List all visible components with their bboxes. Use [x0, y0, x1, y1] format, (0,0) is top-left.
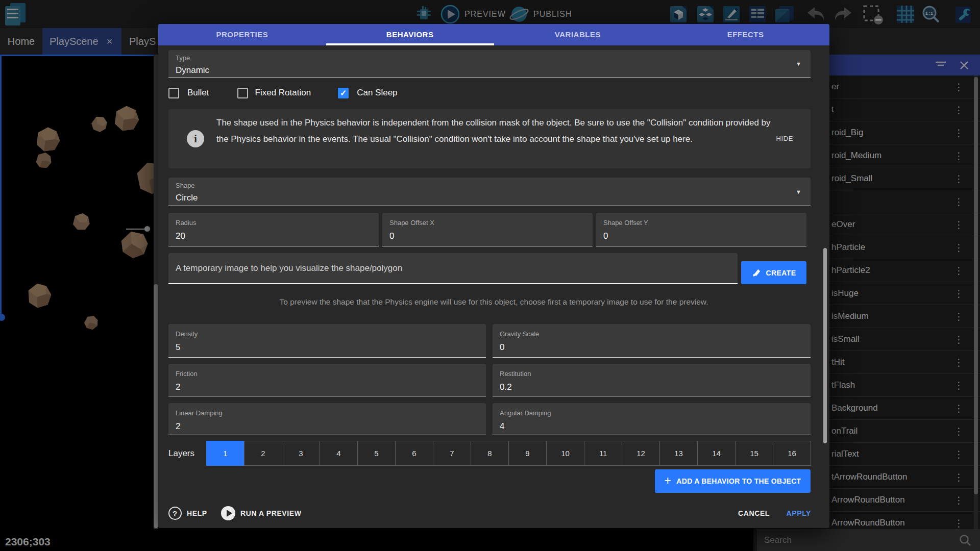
layer-button-6[interactable]: 6	[395, 441, 433, 466]
restitution-label: Restitution	[500, 370, 531, 378]
layer-button-11[interactable]: 11	[584, 441, 622, 466]
layer-button-16[interactable]: 16	[773, 441, 811, 466]
gdevelop-editor: PREVIEW PUBLISH	[0, 0, 980, 551]
type-value: Dynamic	[176, 65, 209, 76]
fixed-rotation-checkbox[interactable]	[237, 88, 248, 98]
gravity-scale-label: Gravity Scale	[500, 330, 539, 338]
info-text: The shape used in the Physics behavior i…	[216, 115, 776, 147]
shape-offset-x-label: Shape Offset X	[389, 219, 434, 227]
behavior-dialog: PROPERTIES BEHAVIORS VARIABLES EFFECTS T…	[158, 24, 829, 528]
radius-value: 20	[176, 231, 185, 241]
type-label: Type	[176, 54, 190, 62]
hide-info-button[interactable]: HIDE	[776, 135, 793, 142]
linear-damping-value: 2	[176, 421, 180, 432]
shape-label: Shape	[176, 182, 195, 189]
shape-value: Circle	[176, 193, 198, 203]
shape-offset-x-value: 0	[389, 231, 394, 241]
layer-button-10[interactable]: 10	[546, 441, 584, 466]
angular-damping-label: Angular Damping	[500, 409, 551, 417]
friction-value: 2	[176, 382, 180, 392]
density-value: 5	[176, 342, 180, 353]
angular-damping-field[interactable]: Angular Damping 4	[493, 403, 811, 435]
shape-offset-y-field[interactable]: Shape Offset Y 0	[596, 213, 806, 246]
add-behavior-label: ADD A BEHAVIOR TO THE OBJECT	[676, 477, 801, 485]
check-icon: ✓	[340, 88, 347, 98]
help-label: HELP	[187, 509, 207, 517]
cancel-label: CANCEL	[738, 509, 770, 517]
info-box: i The shape used in the Physics behavior…	[168, 109, 811, 168]
info-icon: i	[187, 130, 204, 147]
layers-label: Layers	[168, 441, 194, 466]
plus-icon: +	[665, 474, 672, 488]
layer-button-5[interactable]: 5	[357, 441, 396, 466]
can-sleep-label: Can Sleep	[357, 88, 397, 98]
layer-button-9[interactable]: 9	[508, 441, 547, 466]
linear-damping-label: Linear Damping	[176, 409, 223, 417]
add-behavior-button[interactable]: + ADD A BEHAVIOR TO THE OBJECT	[655, 469, 811, 493]
help-button[interactable]: ? HELP	[168, 506, 207, 521]
shape-offset-x-field[interactable]: Shape Offset X 0	[382, 213, 593, 246]
radius-field[interactable]: Radius 20	[168, 213, 379, 246]
dialog-tab-effects[interactable]: EFFECTS	[662, 24, 829, 45]
layer-button-8[interactable]: 8	[471, 441, 509, 466]
dialog-scrollbar-thumb[interactable]	[823, 248, 827, 443]
layer-button-1[interactable]: 1	[206, 441, 244, 466]
fixed-rotation-label: Fixed Rotation	[255, 88, 311, 98]
shape-offset-y-label: Shape Offset Y	[603, 219, 648, 227]
layer-button-7[interactable]: 7	[433, 441, 471, 466]
chevron-down-icon: ▼	[796, 189, 801, 195]
dialog-tab-properties[interactable]: PROPERTIES	[158, 24, 326, 45]
angular-damping-value: 4	[500, 421, 504, 432]
layer-button-12[interactable]: 12	[622, 441, 660, 466]
dialog-tab-variables[interactable]: VARIABLES	[494, 24, 662, 45]
layer-button-2[interactable]: 2	[244, 441, 282, 466]
gravity-scale-value: 0	[500, 342, 504, 353]
restitution-value: 0.2	[500, 382, 512, 392]
create-label: CREATE	[766, 269, 796, 277]
gravity-scale-field[interactable]: Gravity Scale 0	[493, 324, 811, 358]
radius-label: Radius	[176, 219, 196, 227]
density-label: Density	[176, 330, 198, 338]
run-preview-button[interactable]: RUN A PREVIEW	[221, 506, 302, 521]
friction-label: Friction	[176, 370, 198, 378]
bullet-label: Bullet	[187, 88, 209, 98]
layer-button-4[interactable]: 4	[320, 441, 358, 466]
temp-image-field[interactable]: A temporary image to help you visualize …	[168, 253, 738, 284]
brush-icon	[752, 268, 762, 278]
run-preview-label: RUN A PREVIEW	[240, 509, 302, 517]
density-field[interactable]: Density 5	[168, 324, 486, 358]
preview-helper-text: To preview the shape that the Physics en…	[158, 297, 829, 307]
friction-field[interactable]: Friction 2	[168, 364, 486, 396]
dialog-actions: ? HELP RUN A PREVIEW CANCEL APPLY	[158, 506, 829, 524]
layer-button-15[interactable]: 15	[735, 441, 773, 466]
temp-image-placeholder: A temporary image to help you visualize …	[176, 263, 402, 273]
shape-select[interactable]: Shape Circle ▼	[168, 178, 811, 206]
layer-button-3[interactable]: 3	[282, 441, 320, 466]
restitution-field[interactable]: Restitution 0.2	[493, 364, 811, 396]
linear-damping-field[interactable]: Linear Damping 2	[168, 403, 486, 435]
can-sleep-checkbox[interactable]: ✓	[338, 88, 349, 98]
physics-flags-row: Bullet Fixed Rotation ✓ Can Sleep	[168, 86, 398, 100]
apply-button[interactable]: APPLY	[787, 506, 811, 521]
create-image-button[interactable]: CREATE	[741, 261, 806, 284]
chevron-down-icon: ▼	[796, 61, 801, 67]
type-select[interactable]: Type Dynamic ▼	[168, 50, 811, 78]
bullet-checkbox[interactable]	[168, 88, 179, 98]
apply-label: APPLY	[787, 509, 811, 517]
layer-button-13[interactable]: 13	[659, 441, 698, 466]
layer-button-14[interactable]: 14	[697, 441, 736, 466]
shape-offset-y-value: 0	[603, 231, 608, 241]
play-icon	[221, 506, 235, 520]
dialog-tab-behaviors[interactable]: BEHAVIORS	[326, 24, 494, 45]
question-icon: ?	[168, 507, 182, 520]
cancel-button[interactable]: CANCEL	[738, 506, 770, 521]
active-tab-underline	[326, 43, 494, 45]
dialog-tabbar: PROPERTIES BEHAVIORS VARIABLES EFFECTS	[158, 24, 829, 45]
